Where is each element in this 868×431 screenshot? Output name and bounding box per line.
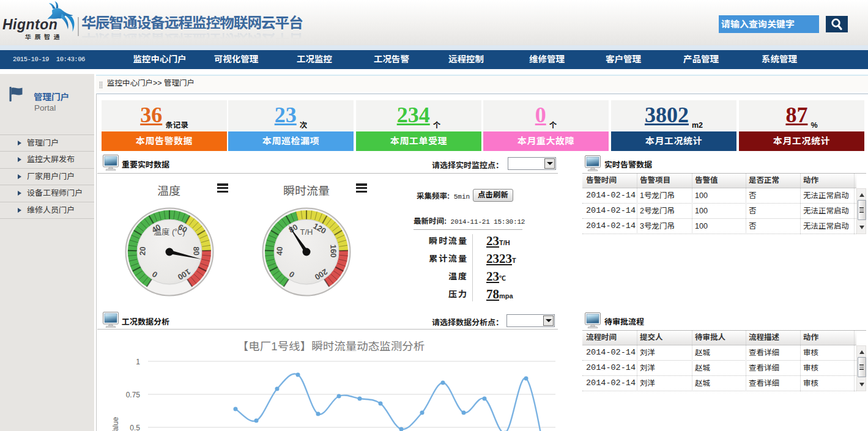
svg-text:160: 160 — [328, 245, 338, 258]
svg-text:80: 80 — [191, 246, 201, 256]
svg-text:温度 (℃): 温度 (℃) — [154, 227, 185, 237]
svg-text:20: 20 — [138, 246, 147, 256]
svg-text:T/H: T/H — [300, 227, 313, 237]
svg-text:40: 40 — [275, 246, 284, 256]
